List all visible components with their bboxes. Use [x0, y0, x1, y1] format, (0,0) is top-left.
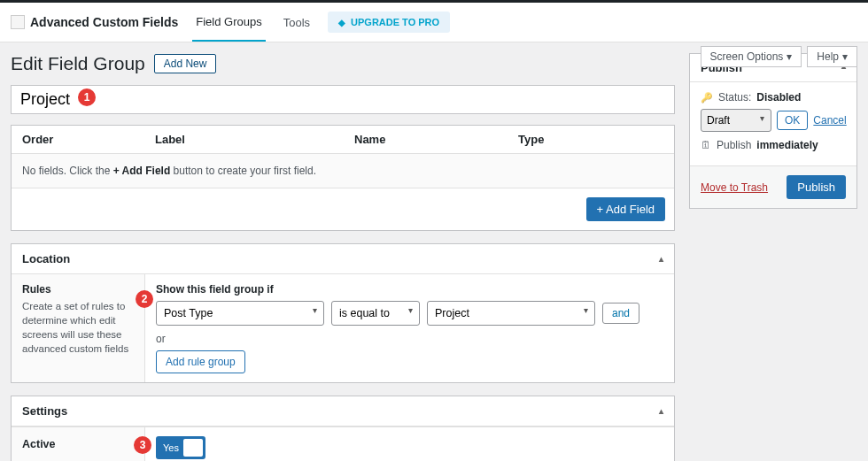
caret-down-icon: ▾	[842, 50, 848, 63]
group-title-input[interactable]	[11, 85, 675, 114]
status-ok-button[interactable]: OK	[777, 111, 808, 130]
active-toggle[interactable]: Yes	[156, 436, 205, 459]
rules-label: Rules	[22, 283, 134, 296]
brand-icon	[11, 15, 25, 29]
collapse-icon: ▴	[659, 406, 663, 416]
calendar-icon: 🗓	[701, 139, 711, 151]
main-column: Edit Field Group Add New 1 Order Label N…	[11, 53, 675, 461]
setting-active-label: Active	[12, 427, 144, 461]
upgrade-label: UPGRADE TO PRO	[351, 17, 439, 27]
empty-before: No fields. Click the	[22, 165, 113, 177]
add-new-button[interactable]: Add New	[154, 54, 217, 73]
or-text: or	[156, 333, 663, 345]
status-edit-row: Draft OK Cancel	[701, 109, 846, 132]
page-title: Edit Field Group	[11, 53, 145, 74]
location-title: Location	[22, 252, 70, 265]
active-yes-label: Yes	[158, 442, 182, 453]
nav-tools[interactable]: Tools	[280, 4, 314, 41]
side-column: Publish ▴ 🔑 Status: Disabled Draft OK Ca…	[689, 53, 857, 461]
rule-row: Post Type is equal to Project and	[156, 301, 663, 326]
top-bar: Advanced Custom Fields Field Groups Tool…	[0, 0, 868, 42]
collapse-icon: ▴	[659, 254, 663, 264]
title-wrap: 1	[11, 85, 675, 114]
help-button[interactable]: Help▾	[807, 46, 857, 67]
col-label: Label	[155, 133, 354, 146]
status-value: Disabled	[756, 91, 801, 104]
content-area: Edit Field Group Add New 1 Order Label N…	[0, 42, 868, 461]
publish-date-value: immediately	[756, 139, 818, 151]
screen-options-button[interactable]: Screen Options▾	[701, 46, 802, 67]
settings-panel: Settings ▴ Active Yes 3 Show in REST API	[11, 396, 675, 461]
key-icon: 🔑	[701, 92, 713, 104]
toggle-knob	[183, 439, 203, 457]
location-main: Show this field group if Post Type is eq…	[144, 274, 674, 382]
publish-date-row: 🗓 Publish immediately	[701, 139, 846, 151]
publish-button[interactable]: Publish	[787, 175, 846, 199]
status-label: Status:	[718, 91, 751, 104]
rule-operator-select[interactable]: is equal to	[331, 301, 420, 326]
upgrade-to-pro-button[interactable]: ◆ UPGRADE TO PRO	[328, 12, 450, 33]
rules-desc: Create a set of rules to determine which…	[22, 299, 134, 356]
and-button[interactable]: and	[602, 303, 639, 324]
publish-date-label: Publish	[717, 139, 751, 151]
status-row: 🔑 Status: Disabled	[701, 91, 846, 104]
show-if-label: Show this field group if	[156, 283, 663, 296]
settings-panel-heading[interactable]: Settings ▴	[12, 396, 674, 426]
brand: Advanced Custom Fields	[11, 15, 178, 29]
nav-field-groups[interactable]: Field Groups	[192, 3, 265, 42]
diamond-icon: ◆	[338, 18, 345, 27]
rule-param-select[interactable]: Post Type	[156, 301, 324, 326]
brand-text: Advanced Custom Fields	[30, 15, 178, 29]
settings-title: Settings	[22, 404, 67, 418]
publish-metabox: Publish ▴ 🔑 Status: Disabled Draft OK Ca…	[689, 53, 857, 209]
col-type: Type	[518, 133, 663, 146]
page-heading: Edit Field Group Add New	[11, 53, 675, 74]
add-rule-group-button[interactable]: Add rule group	[156, 350, 245, 373]
help-label: Help	[817, 50, 839, 63]
setting-active-value: Yes	[144, 427, 674, 461]
fields-header-row: Order Label Name Type	[12, 126, 674, 154]
fields-footer: + Add Field	[12, 188, 674, 230]
empty-after: button to create your first field.	[170, 165, 316, 177]
col-order: Order	[22, 133, 155, 146]
col-name: Name	[354, 133, 518, 146]
move-to-trash-link[interactable]: Move to Trash	[701, 181, 768, 194]
publish-body: 🔑 Status: Disabled Draft OK Cancel 🗓 Pub…	[690, 82, 856, 165]
location-panel-heading[interactable]: Location ▴	[12, 244, 674, 274]
location-sidebar: Rules Create a set of rules to determine…	[12, 274, 144, 382]
screen-meta-buttons: Screen Options▾ Help▾	[701, 46, 857, 67]
status-select[interactable]: Draft	[701, 109, 771, 132]
publish-footer: Move to Trash Publish	[690, 165, 856, 208]
location-panel: Location ▴ Rules Create a set of rules t…	[11, 243, 675, 383]
add-field-button[interactable]: + Add Field	[586, 197, 665, 221]
fields-empty-message: No fields. Click the + Add Field button …	[12, 154, 674, 188]
location-body: Rules Create a set of rules to determine…	[12, 274, 674, 382]
setting-active-row: Active Yes 3	[12, 426, 674, 461]
empty-bold: + Add Field	[113, 165, 171, 177]
caret-down-icon: ▾	[787, 50, 792, 63]
screen-options-label: Screen Options	[710, 50, 784, 63]
status-cancel-link[interactable]: Cancel	[813, 114, 846, 127]
fields-panel: Order Label Name Type No fields. Click t…	[11, 125, 675, 231]
rule-value-select[interactable]: Project	[427, 301, 595, 326]
